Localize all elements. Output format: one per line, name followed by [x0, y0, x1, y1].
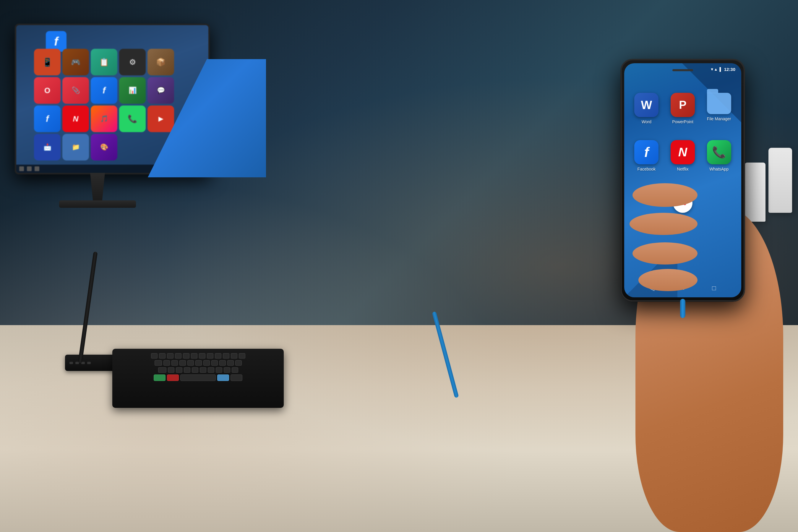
- app-file-manager-label: File Manager: [707, 116, 731, 121]
- monitor-app-3[interactable]: 📋: [91, 49, 117, 75]
- key: [192, 367, 198, 373]
- key: [199, 353, 205, 359]
- key: [195, 360, 202, 366]
- key: [232, 367, 238, 373]
- key: [187, 360, 194, 366]
- app-netflix-label: Netflix: [677, 167, 689, 171]
- phone-speaker: [672, 69, 693, 71]
- app-file-manager[interactable]: File Manager: [704, 93, 734, 124]
- app-powerpoint-label: PowerPoint: [672, 119, 694, 124]
- key: [227, 360, 234, 366]
- nav-recent-button[interactable]: □: [712, 284, 716, 292]
- key: [175, 353, 182, 359]
- key: [179, 360, 186, 366]
- app-whatsapp-label: WhatsApp: [709, 167, 728, 171]
- monitor-app-5[interactable]: 📦: [148, 49, 174, 75]
- key: [231, 353, 238, 359]
- monitor-app-15[interactable]: ▶: [148, 106, 174, 132]
- keyboard-row-2: [155, 360, 242, 366]
- monitor-app-8[interactable]: f: [91, 77, 117, 104]
- key: [176, 367, 182, 373]
- monitor-app-6[interactable]: O: [34, 77, 61, 104]
- key: [164, 360, 170, 366]
- keyboard-row-1: [151, 353, 245, 359]
- background-object-2: [745, 163, 765, 222]
- key: [168, 367, 174, 373]
- app-word[interactable]: W Word: [632, 93, 662, 124]
- taskbar-item: [19, 166, 24, 171]
- key: [208, 367, 214, 373]
- phone-device: ▼▲ ▌ 12:30 W Word P PowerPoint: [621, 59, 745, 302]
- key: [184, 367, 190, 373]
- app-facebook[interactable]: f Facebook: [632, 140, 662, 171]
- wifi-signal-icon: ▼▲: [710, 67, 718, 72]
- key: [203, 360, 210, 366]
- app-word-label: Word: [642, 119, 651, 124]
- app-facebook-label: Facebook: [638, 167, 656, 171]
- key: [215, 353, 221, 359]
- key: [219, 360, 226, 366]
- taskbar-item: [35, 166, 39, 171]
- monitor-icon-grid: 📱 🎮 📋 ⚙ 📦 O 📎 f 📊 💬 f N 🎵 📞 ▶ 📩 📁 🎨: [34, 49, 174, 160]
- key: [216, 367, 222, 373]
- monitor-app-12[interactable]: N: [62, 106, 89, 132]
- monitor-app-9[interactable]: 📊: [119, 77, 146, 104]
- monitor-app-2[interactable]: 🎮: [62, 49, 89, 75]
- app-whatsapp[interactable]: 📞 WhatsApp: [704, 140, 734, 171]
- key: [155, 360, 162, 366]
- usb-port: [70, 362, 73, 364]
- keyboard-row-4: [154, 375, 242, 381]
- finger-1: [632, 183, 698, 207]
- key: [207, 353, 213, 359]
- usb-port: [87, 362, 91, 364]
- key: [171, 360, 178, 366]
- monitor-app-1[interactable]: 📱: [34, 49, 61, 75]
- monitor-app-16[interactable]: 📩: [34, 134, 61, 160]
- key: [235, 360, 242, 366]
- background-object-1: [768, 148, 792, 213]
- key: [167, 353, 173, 359]
- monitor-base: [59, 201, 136, 208]
- monitor-app-14[interactable]: 📞: [119, 106, 146, 132]
- key: [224, 367, 230, 373]
- phone-app-grid-row2: f Facebook N Netflix 📞 WhatsApp: [632, 140, 734, 171]
- monitor-app-4[interactable]: ⚙: [119, 49, 146, 75]
- app-powerpoint[interactable]: P PowerPoint: [668, 93, 698, 124]
- monitor-app-11[interactable]: f: [34, 106, 61, 132]
- monitor-app-13[interactable]: 🎵: [91, 106, 117, 132]
- key: [151, 353, 157, 359]
- key: [183, 353, 189, 359]
- key: [159, 353, 166, 359]
- key: [200, 367, 206, 373]
- phone-app-grid: W Word P PowerPoint File Manager: [632, 93, 734, 124]
- monitor-app-18[interactable]: 🎨: [91, 134, 117, 160]
- key: [239, 353, 245, 359]
- key-space: [180, 375, 216, 381]
- keyboard-row-3: [158, 367, 238, 373]
- app-netflix[interactable]: N Netflix: [668, 140, 698, 171]
- key-accent-blue: [217, 375, 229, 381]
- monitor-app-17[interactable]: 📁: [62, 134, 89, 160]
- monitor-app-10[interactable]: 💬: [148, 77, 174, 104]
- key: [223, 353, 229, 359]
- key: [230, 375, 242, 381]
- keyboard: [112, 349, 284, 408]
- phone-cable-connector: [680, 299, 685, 318]
- key-accent-red: [167, 375, 179, 381]
- key-accent-green: [154, 375, 166, 381]
- monitor-app-7[interactable]: 📎: [62, 77, 89, 104]
- key: [211, 360, 218, 366]
- status-time: 12:30: [724, 67, 735, 72]
- finger-3: [632, 242, 698, 265]
- status-bar: ▼▲ ▌ 12:30: [710, 67, 735, 72]
- key: [158, 367, 166, 373]
- battery-icon: ▌: [719, 67, 722, 72]
- finger-4: [639, 269, 698, 291]
- taskbar-item: [27, 166, 32, 171]
- finger-2: [629, 213, 698, 235]
- key: [191, 353, 197, 359]
